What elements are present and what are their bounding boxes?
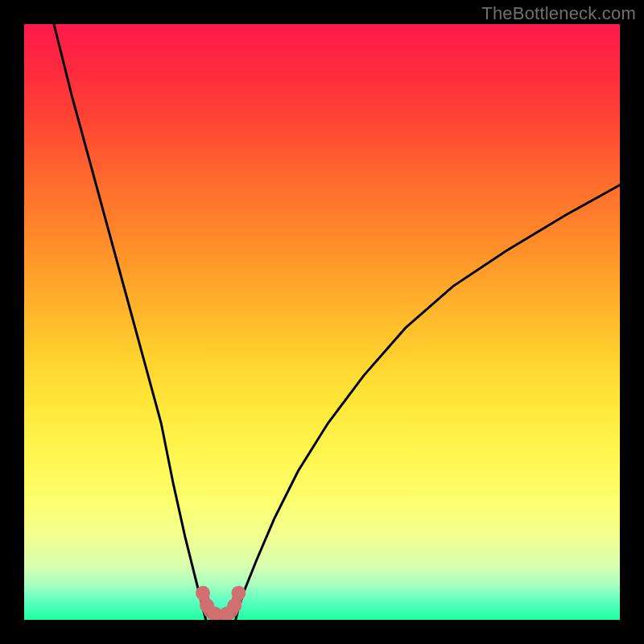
well-dots-group	[196, 586, 246, 620]
watermark-text: TheBottleneck.com	[481, 3, 636, 24]
plot-area	[24, 24, 620, 620]
well-dot	[231, 586, 246, 601]
well-dot	[196, 586, 210, 601]
chart-svg	[24, 24, 620, 620]
well-dot	[227, 598, 242, 613]
chart-frame: TheBottleneck.com	[0, 0, 644, 644]
curve-left-path	[54, 24, 206, 620]
curve-right-path	[236, 185, 620, 620]
